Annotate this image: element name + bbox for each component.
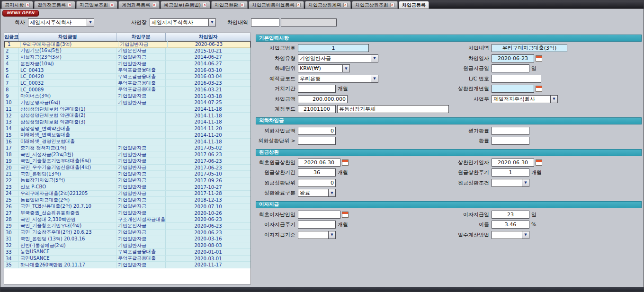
column-header[interactable]: 차입금명 [19, 33, 116, 41]
calendar-icon[interactable] [342, 159, 349, 166]
repay-cycle-input[interactable] [492, 168, 529, 177]
account-code-input[interactable] [298, 105, 336, 113]
table-row[interactable]: 29국민_기술창조기업우대(4억)기업운전자금2020-06-23 [4, 223, 250, 230]
tab-close-icon[interactable]: × [152, 3, 156, 7]
table-row[interactable]: 28국민_시설대 2,330백만원구조개선시설자금대출2020-06-23 [4, 216, 250, 223]
rate-input[interactable] [492, 137, 529, 145]
loan-search-input[interactable] [251, 18, 279, 27]
first-interest-date-input[interactable] [298, 211, 340, 219]
table-row[interactable]: 5LC_00413무역포괄금융대출2016-03-10 [4, 67, 250, 74]
table-row[interactable]: 33농협USANCE무역포괄금융대출2020-01-01 [4, 249, 250, 256]
menu-open-button[interactable]: MENU OPEN [2, 10, 39, 17]
tab-5[interactable]: 예금일보(은행별)× [161, 1, 210, 9]
interest-pay-day-input[interactable] [492, 211, 529, 219]
loan-amount-input[interactable] [298, 95, 348, 103]
loan-desc-input[interactable] [492, 44, 567, 52]
repay-condition-select[interactable]: ▼ [492, 179, 529, 187]
column-header[interactable]: 차입금코드 [4, 33, 19, 41]
table-row[interactable]: 27부국증권_선순위유동화증권기업일반자금2020-10-26 [4, 210, 250, 217]
principal-pay-day-input[interactable] [492, 64, 529, 72]
repay-period-input[interactable] [298, 168, 336, 177]
calendar-icon[interactable] [536, 159, 542, 166]
table-row[interactable]: 35하나대출260백만원 20.11.17기업일반자금2020-11-17 [4, 262, 250, 268]
lc-no-input[interactable] [492, 75, 541, 83]
table-row[interactable]: 2기업기보(16억5천)기업운전자금2015-10-21 [4, 48, 250, 54]
table-row[interactable]: 23신보 P-CBO기업일반자금2017-10-27 [4, 184, 250, 191]
deposit-code-select[interactable]: 우리은행 ▼ [298, 75, 378, 83]
tab-close-icon[interactable]: × [343, 3, 348, 7]
table-row[interactable]: 32신한(-)통장예금(2억)기업일반자금2020-08-03 [4, 242, 250, 249]
tab-7[interactable]: 차입금변동이율등록× [249, 1, 304, 9]
tab-2[interactable]: 결의전표등록× [34, 1, 75, 9]
calendar-icon[interactable] [342, 212, 349, 218]
table-row[interactable]: 1우리구매자금대출(3억)기업일반자금2020-06-23 [4, 41, 250, 48]
company-select[interactable]: 제일저지주식회사 ▼ [28, 18, 94, 27]
table-row[interactable]: 13삼성생명단체보험 약관대출(3)2014-11-18 [4, 119, 250, 126]
pre-repay-ym-input[interactable] [492, 85, 534, 93]
tab-3[interactable]: 자금일보조회× [76, 1, 117, 9]
table-row[interactable]: 10기업운영자금(6억)기업일반자금2014-07-25 [4, 99, 250, 106]
tab-6[interactable]: 차입금현황× [211, 1, 248, 9]
eval-rate-input[interactable] [492, 127, 529, 135]
repay-unit-input[interactable] [298, 179, 336, 187]
table-row[interactable]: 7LC_00032무역포괄금융대출2016-03-23 [4, 80, 250, 87]
loan-search-display[interactable] [281, 18, 337, 27]
fx-repay-unit-input[interactable] [298, 137, 336, 145]
currency-select[interactable]: KRW(₩) ▼ [298, 64, 350, 72]
tab-4[interactable]: 계정과목등록× [118, 1, 160, 9]
loan-no-input[interactable] [298, 44, 369, 52]
calendar-icon[interactable] [536, 86, 542, 92]
table-row[interactable]: 11삼성생명단체보험 약관대출(1)2014-11-18 [4, 106, 250, 113]
table-row[interactable]: 19국민_기술창조기업우대대출(6억)기업일반자금2017-06-23 [4, 158, 250, 165]
workplace-select[interactable]: 제일저지주식회사 ▼ [150, 18, 216, 27]
calendar-icon[interactable] [536, 55, 542, 62]
table-row[interactable]: 34국민USANCE무역포괄금융대출2020-03-01 [4, 256, 250, 262]
table-row[interactable]: 22농협장기차입금(5억)기업일반자금2017-09-26 [4, 177, 250, 184]
grace-period-input[interactable] [298, 85, 336, 93]
account-name-input[interactable] [337, 105, 449, 113]
loan-date-input[interactable] [492, 54, 534, 62]
repay-complete-select[interactable]: 완료 ▼ [298, 189, 336, 197]
table-row[interactable]: 16미래에셋_경영인보험대출2014-11-18 [4, 139, 250, 145]
table-row[interactable]: 9마이너스(3억)기업일반자금2011-03-18 [4, 93, 250, 100]
tab-close-icon[interactable]: × [203, 3, 207, 7]
tab-close-icon[interactable]: × [110, 3, 114, 7]
interest-rate-input[interactable] [492, 221, 529, 229]
table-row[interactable]: 30국민_기술창조우대(2억) 20.6.23기업일반자금2020-06-23 [4, 230, 250, 236]
table-row[interactable]: 12삼성생명단체보험 약관대출(2)2014-11-18 [4, 113, 250, 119]
table-row[interactable]: 31국민_온렌딩 (13억) 20.03.16기업일반자금2020-03-16 [4, 236, 250, 243]
table-row[interactable]: 6LC_00420무역포괄금융대출2016-03-04 [4, 74, 250, 80]
maturity-date-input[interactable] [492, 159, 534, 167]
table-row[interactable]: 26국민_TCB신용대출(2억) 20.7.10기업일반자금2020-07-10 [4, 204, 250, 210]
division-select[interactable]: 제일저지주식회사 ▼ [492, 95, 558, 103]
interest-basis-select[interactable]: ▼ [298, 231, 336, 239]
loan-type-select[interactable]: 기업일반자금 ▼ [298, 54, 378, 62]
tab-close-icon[interactable]: × [68, 3, 72, 7]
table-row[interactable]: 8LC_00089무역포괄금융대출2016-03-21 [4, 87, 250, 93]
tab-close-icon[interactable]: × [296, 3, 301, 7]
table-row[interactable]: 24우리구매자금대출(2억)221205기업일반자금2017-11-28 [4, 191, 250, 197]
table-row[interactable]: 3시설자금(23억3천)기업일반자금2014-06-27 [4, 54, 250, 61]
column-header[interactable]: 차입일자 [166, 33, 250, 41]
tab-close-icon[interactable]: × [240, 3, 244, 7]
table-row[interactable]: 15미래에셋_변액보험대출2014-11-20 [4, 132, 250, 139]
column-header[interactable]: 차입구분 [116, 33, 166, 41]
fx-amount-input[interactable] [298, 127, 336, 135]
table-cell: 30 [4, 230, 19, 236]
first-repay-date-input[interactable] [298, 159, 340, 167]
table-row[interactable]: 21국민_온렌딩(13억)기업일반자금2017-05-10 [4, 171, 250, 177]
tab-8[interactable]: 차입금상환계획× [305, 1, 351, 9]
tab-close-icon[interactable]: × [390, 3, 394, 7]
interest-cycle-input[interactable] [298, 221, 336, 229]
table-row[interactable]: 17중기청 정책자금(1억)기업일반자금2017-05-02 [4, 145, 250, 152]
tab-9[interactable]: 차입금상환조회× [352, 1, 398, 9]
table-row[interactable]: 4운전자금(10억)기업일반자금2014-06-27 [4, 61, 250, 67]
table-row[interactable]: 25농협일반자금대출(2억)기업일반자금2018-12-13 [4, 197, 250, 204]
table-row[interactable]: 20국민_우수기술기업신용대출(4억)기업일반자금2017-06-23 [4, 165, 250, 171]
tab-10[interactable]: 차입금등록 [399, 1, 429, 9]
tab-1[interactable]: 공지사항× [1, 1, 33, 9]
table-row[interactable]: 18국민_시설자금(23억3천)기업일반자금2017-06-23 [4, 151, 250, 158]
tab-close-icon[interactable]: × [26, 3, 30, 7]
day-count-method-select[interactable]: ▼ [492, 231, 529, 239]
table-row[interactable]: 14삼성생명_변액약관대출2014-11-20 [4, 125, 250, 132]
